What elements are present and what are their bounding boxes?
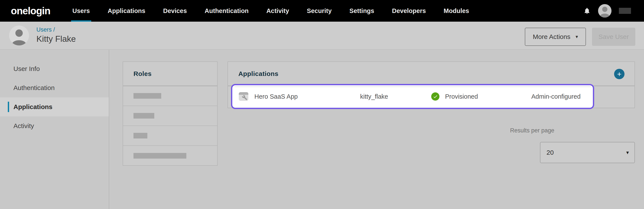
more-actions-button[interactable]: More Actions ▾ (525, 28, 586, 46)
plus-icon: + (617, 70, 622, 78)
page-title: Kitty Flake (36, 34, 76, 44)
nav-tab-devices[interactable]: Devices (163, 0, 187, 22)
active-item-indicator (8, 102, 9, 112)
dropdown-arrow-icon: ▾ (626, 150, 629, 156)
nav-tab-users[interactable]: Users (72, 0, 90, 22)
roles-panel: Roles (123, 61, 218, 166)
user-avatar (9, 25, 29, 45)
role-row[interactable] (123, 126, 217, 146)
wrench-icon (242, 95, 248, 100)
redacted-role-name (134, 93, 161, 99)
avatar-shoulders (12, 40, 26, 45)
app-window-wrench-icon (239, 92, 248, 101)
nav-tab-users-label: Users (72, 7, 90, 14)
chevron-down-icon: ▾ (576, 34, 578, 40)
onelogin-admin-page: onelogin Users Applications Devices Auth… (0, 0, 644, 209)
sidebar-item-activity[interactable]: Activity (0, 116, 109, 135)
onelogin-logo[interactable]: onelogin (11, 5, 50, 17)
nav-tab-security[interactable]: Security (307, 0, 332, 22)
application-username: kitty_flake (360, 85, 388, 108)
roles-panel-title: Roles (134, 70, 152, 77)
avatar-shoulders (600, 14, 610, 17)
add-application-button[interactable]: + (614, 69, 624, 79)
applications-panel-title: Applications (238, 70, 278, 77)
user-header: Users / Kitty Flake More Actions ▾ Save … (0, 22, 644, 50)
sidebar-item-authentication[interactable]: Authentication (0, 78, 109, 97)
redacted-account-name (619, 8, 631, 14)
more-actions-label: More Actions (533, 33, 570, 40)
content-area: User Info Authentication Applications Ac… (0, 50, 644, 209)
nav-tab-developers[interactable]: Developers (392, 0, 426, 22)
nav-tab-settings[interactable]: Settings (350, 0, 374, 22)
nav-tab-authentication[interactable]: Authentication (204, 0, 248, 22)
sidebar-item-applications[interactable]: Applications (0, 97, 109, 116)
role-row[interactable] (123, 106, 217, 126)
check-icon (431, 92, 440, 101)
nav-tab-applications[interactable]: Applications (108, 0, 146, 22)
avatar-head (16, 29, 23, 37)
nav-tab-activity[interactable]: Activity (266, 0, 289, 22)
sidebar-item-applications-label: Applications (14, 103, 52, 111)
nav-tab-modules[interactable]: Modules (444, 0, 469, 22)
avatar-head (602, 7, 608, 12)
status-label: Provisioned (445, 93, 478, 100)
results-per-page-label: Results per page (510, 127, 554, 134)
user-sidebar: User Info Authentication Applications Ac… (0, 50, 109, 209)
top-nav-right (583, 4, 631, 17)
sidebar-item-user-info[interactable]: User Info (0, 59, 109, 78)
roles-panel-header: Roles (123, 62, 217, 86)
top-nav: onelogin Users Applications Devices Auth… (0, 0, 644, 22)
application-status: Provisioned (431, 85, 478, 108)
results-per-page-value: 20 (546, 149, 554, 156)
role-row[interactable] (123, 86, 217, 106)
redacted-role-name (134, 113, 154, 119)
application-name: Hero SaaS App (254, 85, 298, 108)
account-avatar[interactable] (598, 4, 612, 17)
applications-panel-header: Applications + (228, 62, 634, 86)
sidebar-items: User Info Authentication Applications Ac… (0, 59, 109, 135)
results-per-page-select[interactable]: 20 ▾ (540, 142, 635, 163)
redacted-role-name (134, 153, 186, 159)
save-user-button[interactable]: Save User (592, 28, 635, 46)
app-icon-titlebar (239, 92, 248, 95)
application-config-type: Admin-configured (531, 85, 580, 108)
bell-icon[interactable] (583, 7, 591, 15)
top-nav-items: Users Applications Devices Authenticatio… (72, 0, 469, 22)
application-row-hero-saas-app[interactable]: Hero SaaS App kitty_flake Provisioned Ad… (231, 84, 594, 109)
role-row[interactable] (123, 146, 217, 166)
breadcrumb-users-link[interactable]: Users / (36, 26, 55, 33)
redacted-role-name (134, 133, 147, 139)
